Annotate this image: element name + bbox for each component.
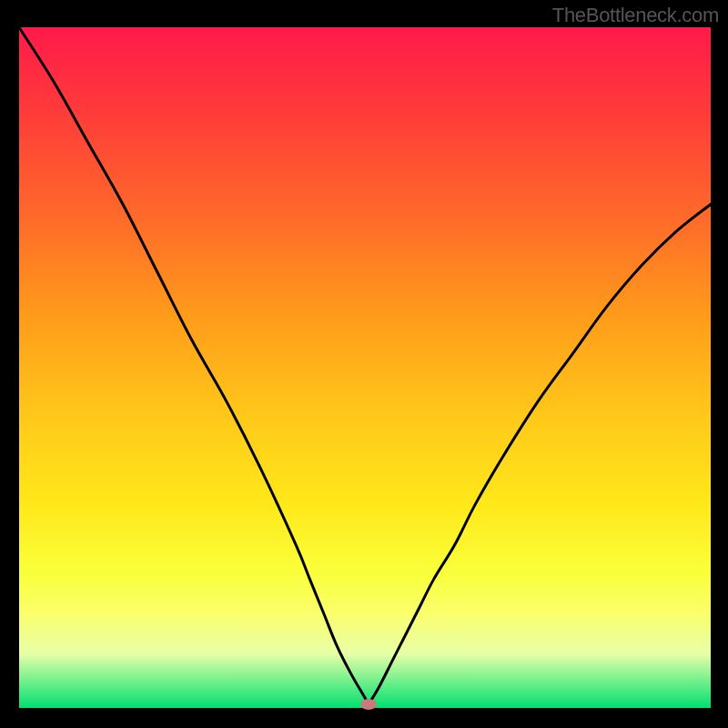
curve-right-branch xyxy=(369,204,711,704)
minimum-marker xyxy=(360,699,377,710)
chart-container: TheBottleneck.com xyxy=(0,0,728,728)
plot-area xyxy=(19,27,711,708)
watermark-text: TheBottleneck.com xyxy=(552,4,719,27)
curve-left-branch xyxy=(19,27,369,704)
curve-svg xyxy=(19,27,711,708)
